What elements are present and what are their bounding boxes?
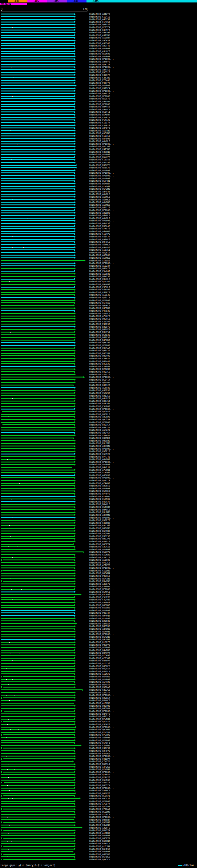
hit-bar[interactable] [1, 538, 74, 539]
hit-bar[interactable] [1, 523, 74, 523]
hit-label[interactable]: UniRef100_A6YML0 [89, 196, 110, 198]
hit-label[interactable]: UniRef100_Q4D1C7 [89, 384, 110, 386]
hit-bar[interactable] [1, 316, 74, 316]
hit-bar[interactable] [1, 262, 74, 264]
hit-bar[interactable] [1, 416, 74, 417]
hit-bar[interactable] [1, 512, 74, 513]
hit-label[interactable]: UniRef100_A2R3Y7 [89, 691, 110, 694]
hit-label[interactable]: UniRef100_C4T675 [89, 116, 110, 119]
hit-label[interactable]: UniRef100_Q5AP59 [89, 591, 110, 593]
hit-bar[interactable] [1, 401, 74, 402]
hit-label[interactable]: UniRef100_Q6EU07 [89, 381, 110, 384]
hit-bar[interactable] [1, 740, 74, 741]
hit-label[interactable]: UniRef100_C6T6T0 [89, 291, 110, 294]
hit-label[interactable]: UniRef100_A6S5I4 [89, 715, 110, 718]
hit-label[interactable]: UniRef100_A5PHW0 [89, 132, 110, 134]
hit-label[interactable]: UniRef100_C4T670 [89, 124, 110, 127]
hit-label[interactable]: UniRef100_C6SX06 [89, 288, 110, 291]
hit-bar[interactable] [1, 464, 74, 465]
hit-label[interactable]: UniRef100_Q9LF53 [89, 318, 110, 320]
hit-label[interactable]: UniRef100_Q5KPH1 [89, 630, 110, 633]
hit-bar[interactable] [1, 562, 74, 563]
hit-bar[interactable] [1, 618, 74, 619]
hit-bar[interactable] [1, 689, 82, 690]
hit-bar[interactable] [1, 16, 74, 17]
hit-bar[interactable] [1, 414, 74, 415]
hit-label[interactable]: UniRef100_Q21JE0 [89, 395, 110, 397]
hit-label[interactable]: UniRef100_Q5A1H3 [89, 578, 110, 580]
hit-label[interactable]: UniRef100_Q4Q1C6 [89, 371, 110, 373]
hit-label[interactable]: UniRef100_Q45172 [89, 206, 110, 209]
hit-label[interactable]: UniRef100_UP1000... [89, 262, 114, 265]
hit-bar[interactable] [1, 663, 74, 664]
hit-bar[interactable] [1, 241, 74, 242]
hit-label[interactable]: UniRef100_Q9UUD1 [89, 638, 110, 641]
hit-label[interactable]: UniRef100_A9S940 [89, 42, 110, 45]
hit-bar[interactable] [1, 827, 81, 828]
hit-label[interactable]: UniRef100_A4HCF7 [89, 397, 110, 400]
hit-bar[interactable] [1, 811, 74, 812]
hit-bar[interactable] [1, 228, 74, 229]
hit-bar[interactable] [1, 509, 74, 510]
hit-bar[interactable] [1, 785, 74, 786]
hit-label[interactable]: UniRef100_B6HA55 [89, 684, 110, 686]
hit-bar[interactable] [2, 570, 74, 571]
hit-label[interactable]: UniRef100_C4QYN2 [89, 598, 110, 601]
hit-label[interactable]: UniRef100_P20445 [89, 79, 110, 82]
hit-bar[interactable] [1, 149, 74, 150]
hit-label[interactable]: UniRef100_Q55PJ1 [89, 795, 110, 797]
hit-bar[interactable] [1, 77, 74, 78]
hit-label[interactable]: UniRef100_Q4D1C4 [89, 424, 110, 426]
hit-bar[interactable] [3, 698, 74, 698]
hit-bar[interactable] [1, 266, 74, 266]
hit-bar[interactable] [1, 576, 74, 577]
hit-bar[interactable] [1, 467, 72, 468]
hit-label[interactable]: UniRef100_B0CT00 [89, 625, 110, 627]
hit-label[interactable]: UniRef100_B6QDM3 [89, 811, 110, 813]
hit-bar[interactable] [1, 104, 74, 105]
hit-label[interactable]: UniRef100_A5STH6 [89, 130, 110, 132]
hit-bar[interactable] [1, 803, 74, 804]
hit-bar[interactable] [1, 443, 74, 444]
hit-bar[interactable] [1, 231, 74, 232]
hit-bar[interactable] [1, 459, 74, 460]
hit-bar[interactable] [1, 438, 73, 438]
hit-label[interactable]: UniRef100_A1BQ56 [89, 259, 110, 262]
hit-label[interactable]: UniRef100_C3PHL2 [89, 286, 110, 288]
hit-label[interactable]: UniRef100_A3GG79 [89, 583, 110, 585]
hit-label[interactable]: UniRef100_B6QGB4 [89, 707, 110, 710]
hit-label[interactable]: UniRef100_B6TC59 [89, 336, 110, 339]
hit-bar[interactable] [1, 350, 74, 351]
hit-bar[interactable] [1, 589, 74, 590]
hit-label[interactable]: UniRef100_B3LPN6 [89, 593, 110, 596]
hit-label[interactable]: UniRef100_B6K9B3 [89, 530, 110, 532]
hit-bar[interactable] [1, 287, 74, 287]
hit-bar[interactable] [1, 692, 74, 693]
hit-bar[interactable] [1, 249, 74, 250]
hit-label[interactable]: UniRef100_UP1000... [89, 143, 114, 145]
hit-label[interactable]: UniRef100_UP1000... [89, 800, 114, 803]
hit-label[interactable]: UniRef100_B9H9L0 [89, 241, 110, 243]
hit-bar[interactable] [1, 141, 74, 142]
hit-label[interactable]: UniRef100_Q9VJP8 [89, 537, 110, 540]
hit-bar[interactable] [1, 337, 74, 338]
hit-bar[interactable] [1, 13, 74, 14]
hit-bar[interactable] [1, 213, 74, 213]
hit-bar[interactable] [1, 334, 74, 335]
hit-label[interactable]: UniRef100_C1MV62 [89, 21, 110, 23]
hit-label[interactable]: UniRef100_Q4KTF7 [89, 29, 110, 31]
hit-bar[interactable] [1, 780, 74, 780]
hit-label[interactable]: UniRef100_UP1000... [89, 376, 114, 378]
hit-bar[interactable] [1, 427, 74, 428]
hit-bar[interactable] [1, 440, 74, 441]
hit-label[interactable]: UniRef100_B8M9T6 [89, 713, 110, 715]
hit-label[interactable]: UniRef100_Q5BLX0 [89, 92, 110, 95]
hit-bar[interactable] [1, 117, 74, 118]
hit-bar[interactable] [1, 584, 74, 584]
hit-bar[interactable] [1, 637, 74, 638]
hit-label[interactable]: UniRef100_Q4Y2J1 [89, 466, 110, 469]
hit-bar[interactable] [1, 88, 74, 89]
hit-bar[interactable] [1, 650, 74, 651]
hit-bar[interactable] [1, 597, 74, 598]
hit-bar[interactable] [1, 520, 74, 521]
